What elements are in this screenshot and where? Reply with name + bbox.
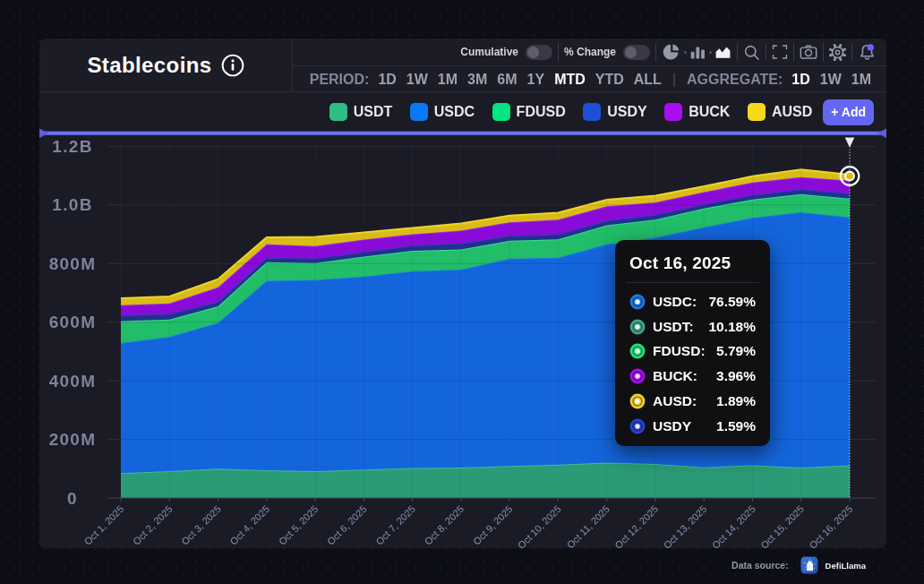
svg-text:0: 0 bbox=[67, 489, 78, 508]
svg-text:600M: 600M bbox=[49, 313, 97, 331]
svg-text:200M: 200M bbox=[49, 430, 97, 449]
svg-text:Oct 11, 2025: Oct 11, 2025 bbox=[565, 503, 612, 548]
svg-text:Oct 8, 2025: Oct 8, 2025 bbox=[423, 503, 466, 547]
svg-text:Oct 1, 2025: Oct 1, 2025 bbox=[82, 503, 126, 547]
svg-text:Oct 9, 2025: Oct 9, 2025 bbox=[471, 503, 515, 547]
svg-text:1.0B: 1.0B bbox=[52, 195, 92, 214]
svg-text:Oct 3, 2025: Oct 3, 2025 bbox=[179, 503, 223, 547]
svg-text:Oct 4, 2025: Oct 4, 2025 bbox=[228, 503, 272, 547]
svg-text:800M: 800M bbox=[49, 254, 97, 273]
svg-text:Oct 5, 2025: Oct 5, 2025 bbox=[277, 503, 321, 547]
svg-text:Oct 13, 2025: Oct 13, 2025 bbox=[662, 503, 709, 548]
svg-text:Oct 12, 2025: Oct 12, 2025 bbox=[612, 503, 660, 548]
svg-text:Oct 2, 2025: Oct 2, 2025 bbox=[131, 503, 175, 547]
svg-text:Oct 7, 2025: Oct 7, 2025 bbox=[373, 503, 417, 547]
svg-text:Oct 15, 2025: Oct 15, 2025 bbox=[758, 503, 806, 548]
svg-text:Oct 10, 2025: Oct 10, 2025 bbox=[516, 503, 563, 548]
svg-text:Oct 14, 2025: Oct 14, 2025 bbox=[710, 503, 757, 548]
svg-text:Oct 6, 2025: Oct 6, 2025 bbox=[325, 503, 369, 547]
svg-text:Oct 16, 2025: Oct 16, 2025 bbox=[807, 503, 854, 548]
svg-text:400M: 400M bbox=[49, 372, 97, 391]
svg-text:1.2B: 1.2B bbox=[52, 137, 92, 156]
